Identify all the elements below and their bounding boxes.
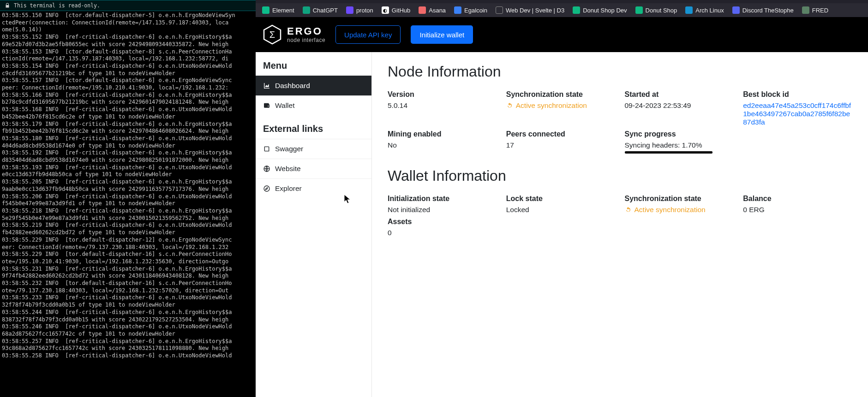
wallet-icon [263,102,270,109]
favicon-icon [262,6,269,14]
bookmark-label: ChatGPT [313,7,338,14]
sidebar-item-swagger[interactable]: Swagger [256,139,371,159]
lock-icon [5,3,10,8]
value-lock-state: Locked [506,206,616,214]
bookmark-github[interactable]: ◐GitHub [378,5,414,15]
bookmark-egalcoin[interactable]: Egalcoin [450,5,491,15]
favicon-icon [454,6,461,14]
label-sync-state: Synchronization state [506,90,616,99]
favicon-icon [496,6,503,14]
value-mining-enabled: No [388,141,497,149]
bookmark-chatgpt[interactable]: ChatGPT [299,5,341,15]
value-peers-connected: 17 [506,141,616,149]
favicon-icon [802,6,809,14]
favicon-icon [346,6,353,14]
sync-icon [506,102,513,109]
bookmark-label: Element [272,7,294,14]
label-init-state: Initialization state [388,195,497,203]
label-mining-enabled: Mining enabled [388,130,497,138]
label-started-at: Started at [625,90,734,99]
bookmark-arch-linux[interactable]: Arch Linux [682,5,727,15]
sidebar-external-heading: External links [256,124,371,139]
svg-point-3 [264,186,269,191]
update-api-key-button[interactable]: Update API key [335,25,401,44]
sidebar-item-wallet[interactable]: Wallet [256,95,371,115]
bookmark-label: Arch Linux [695,7,724,14]
node-info-heading: Node Information [388,63,852,80]
initialize-wallet-button[interactable]: Initialize wallet [411,25,473,44]
favicon-icon [419,6,426,14]
main-content: Node Information Version 5.0.14 Synchron… [372,52,868,397]
book-icon [263,145,270,153]
bookmark-element[interactable]: Element [258,5,298,15]
browser-pane: ElementChatGPTproton◐GitHubAsanaEgalcoin… [256,0,868,397]
sidebar-item-label: Website [275,165,301,173]
app-logo: Σ ERGO node interface [262,24,325,45]
favicon-icon [573,6,580,14]
sync-progress-bar [625,151,712,154]
sidebar-item-label: Dashboard [275,82,310,90]
bookmark-label: GitHub [392,7,410,14]
favicon-icon: ◐ [382,6,389,14]
value-sync-state: Active synchronization [506,101,616,110]
value-init-state: Not initialized [388,206,497,214]
label-lock-state: Lock state [506,195,616,203]
value-started-at: 09-24-2023 22:53:49 [625,101,734,110]
terminal-titlebar: This terminal is read-only. [0,0,256,11]
sidebar-item-explorer[interactable]: Explorer [256,178,371,198]
bookmark-asana[interactable]: Asana [415,5,449,15]
wallet-info-heading: Wallet Information [388,167,852,184]
page-content: Σ ERGO node interface Update API key Ini… [256,17,868,397]
sidebar-item-label: Swagger [275,145,303,153]
bookmark-label: Web Dev | Svelte | D3 [506,7,564,14]
terminal-output: 03:58:55.150 INFO [ctor.default-dispatch… [0,11,256,361]
bookmark-label: FRED [812,7,828,14]
value-sync-progress: Syncing headers: 1.70% [625,141,734,154]
bookmark-label: Discord TheStophe [742,7,794,14]
label-balance: Balance [743,195,852,203]
value-best-block-id[interactable]: ed2eeaa47e45a253c0cff174c6ffbf1be4634972… [743,101,852,126]
value-assets: 0 [388,229,497,237]
value-wallet-sync-state: Active synchronization [625,206,734,214]
label-sync-progress: Sync progress [625,130,734,138]
bookmark-discord-thestophe[interactable]: Discord TheStophe [729,5,797,15]
svg-text:Σ: Σ [269,30,275,40]
bookmark-web-dev-svelte-d3[interactable]: Web Dev | Svelte | D3 [492,5,568,15]
bookmark-proton[interactable]: proton [342,5,377,15]
bookmark-label: Donut Shop [646,7,677,14]
ergo-logo-icon: Σ [262,24,282,45]
bookmark-fred[interactable]: FRED [798,5,832,15]
favicon-icon [303,6,310,14]
bookmark-label: Donut Shop Dev [583,7,627,14]
sidebar-item-label: Explorer [275,184,302,193]
label-version: Version [388,90,497,99]
favicon-icon [685,6,693,14]
favicon-icon [635,6,643,14]
bookmark-donut-shop[interactable]: Donut Shop [632,5,681,15]
bookmark-label: Asana [429,7,446,14]
value-balance: 0 ERG [743,206,852,214]
sync-icon [625,207,632,213]
label-best-block-id: Best block id [743,90,852,99]
terminal-title: This terminal is read-only. [14,2,100,9]
favicon-icon [732,6,740,14]
sidebar-item-website[interactable]: Website [256,159,371,178]
sidebar-item-dashboard[interactable]: Dashboard [256,76,371,95]
logo-subtitle: node interface [287,37,325,43]
globe-icon [263,165,270,172]
value-version: 5.0.14 [388,101,497,110]
browser-tabstrip [256,0,868,3]
label-assets: Assets [388,218,497,226]
compass-icon [263,185,270,192]
terminal-pane: This terminal is read-only. 03:58:55.150… [0,0,256,397]
label-wallet-sync-state: Synchronization state [625,195,734,203]
bookmark-label: Egalcoin [464,7,487,14]
chart-line-icon [263,82,270,89]
sidebar: Menu Dashboard Wallet External links Swa… [256,52,372,397]
bookmark-donut-shop-dev[interactable]: Donut Shop Dev [569,5,630,15]
bookmark-label: proton [356,7,373,14]
app-header: Σ ERGO node interface Update API key Ini… [256,17,868,52]
logo-title: ERGO [287,26,325,36]
sidebar-item-label: Wallet [275,101,295,110]
sidebar-menu-heading: Menu [256,60,371,76]
